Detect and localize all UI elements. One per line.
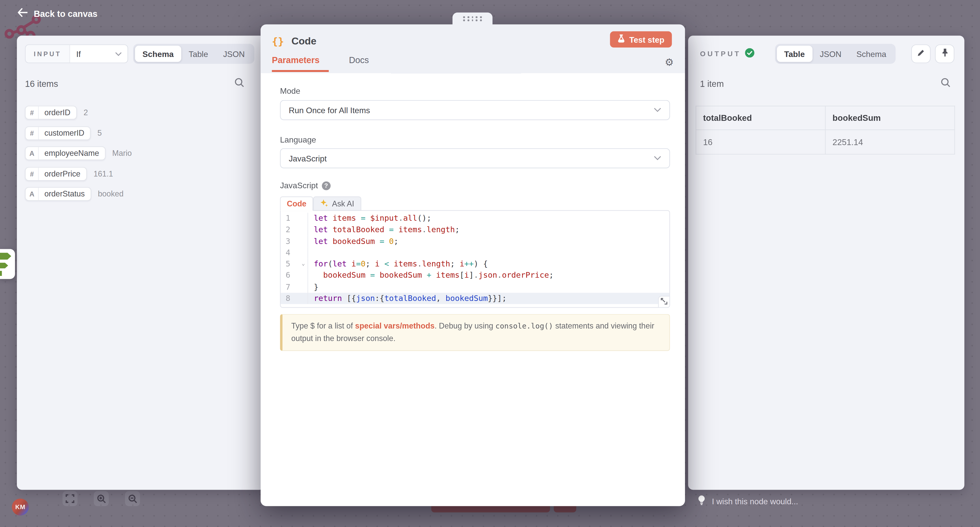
field-name: orderPrice [39,169,86,178]
code-line[interactable]: 3let bookedSum = 0; [281,236,670,247]
code-line[interactable]: 7} [281,281,670,293]
view-tab-schema[interactable]: Schema [849,46,894,62]
output-items-count: 1 item [700,78,724,88]
schema-item[interactable]: #orderID2 [25,106,256,120]
test-step-button[interactable]: Test step [610,31,672,48]
zoom-out-button[interactable] [125,491,140,506]
node-suggestion-label: I wish this node would... [712,496,798,506]
search-icon[interactable] [234,78,244,89]
sparkles-icon [320,199,328,209]
field-value: Mario [112,149,132,158]
node-suggestion-button[interactable]: I wish this node would... [697,495,798,507]
schema-item[interactable]: AemployeeNameMario [25,146,256,160]
mode-value: Run Once for All Items [289,105,370,115]
special-vars-link[interactable]: special vars/methods [355,322,434,331]
mode-select[interactable]: Run Once for All Items [280,100,670,120]
view-tab-table[interactable]: Table [181,46,216,62]
pencil-icon [917,48,925,59]
edit-output-button[interactable] [912,45,931,63]
field-value: booked [98,190,124,198]
field-type-icon: # [25,167,38,180]
output-table: totalBookedbookedSum162251.14 [696,106,955,155]
test-step-label: Test step [629,35,664,44]
tab-parameters[interactable]: Parameters [272,55,329,72]
view-tab-schema[interactable]: Schema [135,46,181,62]
editor-hint: Type $ for a list of special vars/method… [280,314,670,351]
help-icon[interactable]: ? [321,181,330,190]
table-cell: 16 [696,130,825,154]
input-items-count: 16 items [25,78,58,88]
output-panel: OUTPUT TableJSONSchema 1 item [688,36,964,490]
flask-icon [617,35,625,45]
canvas-zoom-controls [62,491,140,506]
zoom-in-button[interactable] [94,491,109,506]
input-source-value: If [76,49,81,59]
table-row[interactable]: 162251.14 [696,130,955,154]
code-line[interactable]: 5⌄for(let i=0; i < items.length; i++) { [281,259,670,270]
view-tab-json[interactable]: JSON [812,46,849,62]
input-schema-list: #orderID2#customerID5AemployeeNameMario#… [17,89,264,201]
success-check-icon [745,48,755,60]
language-label: Language [280,135,670,145]
mode-label: Mode [280,86,301,96]
chevron-down-icon [654,107,661,113]
tab-ask-ai[interactable]: Ask AI [313,196,361,211]
view-tab-table[interactable]: Table [776,46,812,62]
lightbulb-icon [697,495,706,507]
avatar[interactable]: KM [12,499,29,516]
code-node-modal: {} Code Test step Parameters Docs ⚙ Mode… [261,24,685,506]
pin-icon [941,48,948,59]
code-node-icon: {} [272,35,284,47]
app-root: Back to canvas KM I wish this node would… [0,0,980,527]
field-name: employeeName [39,149,105,158]
node-title[interactable]: Code [291,36,317,47]
output-panel-title: OUTPUT [700,50,741,57]
code-line[interactable]: 4 [281,247,670,259]
code-line[interactable]: 8return [{json:{totalBooked, bookedSum}}… [281,293,670,304]
field-type-icon: # [25,127,38,139]
input-panel: INPUT If SchemaTableJSON 16 items #order… [17,36,264,490]
pin-data-button[interactable] [935,45,955,63]
if-node-icon [0,249,15,279]
code-line[interactable]: 1let items = $input.all(); [281,213,670,224]
field-type-icon: A [25,147,38,160]
expand-icon [661,297,668,307]
code-line[interactable]: 6 bookedSum = bookedSum + items[i].json.… [281,270,670,281]
fit-to-screen-button[interactable] [62,491,78,506]
back-to-canvas-button[interactable]: Back to canvas [18,8,97,19]
schema-item[interactable]: #customerID5 [25,126,256,140]
schema-item[interactable]: #orderPrice161.1 [25,167,256,180]
expand-editor-button[interactable] [658,296,670,308]
input-source-select[interactable]: If [70,45,127,62]
field-type-icon: A [25,188,38,200]
field-value: 161.1 [94,169,113,178]
field-name: orderID [39,108,76,117]
schema-item[interactable]: AorderStatusbooked [25,187,256,201]
arrow-left-icon [18,8,27,19]
chevron-down-icon [115,52,122,56]
language-value: JavaScript [289,153,327,163]
output-view-tabs: TableJSONSchema [775,44,896,64]
field-name: customerID [39,128,90,137]
input-panel-title: INPUT [25,45,70,62]
field-name: orderStatus [39,190,90,198]
input-source-box: INPUT If [25,45,128,63]
language-select[interactable]: JavaScript [280,148,670,168]
gear-icon[interactable]: ⚙ [665,57,674,67]
column-header: bookedSum [825,106,955,130]
editor-label: JavaScript [280,181,318,190]
chevron-down-icon [654,156,661,161]
back-to-canvas-label: Back to canvas [34,8,97,18]
table-cell: 2251.14 [825,130,955,154]
tab-code[interactable]: Code [280,196,313,211]
code-editor[interactable]: 1let items = $input.all();2let totalBook… [280,210,670,308]
fold-arrow-icon[interactable]: ⌄ [302,258,305,269]
field-value: 5 [97,128,102,137]
code-line[interactable]: 2let totalBooked = items.length; [281,224,670,236]
field-value: 2 [83,108,88,117]
search-icon[interactable] [941,78,951,89]
view-tab-json[interactable]: JSON [216,46,252,62]
field-type-icon: # [25,106,38,119]
column-header: totalBooked [696,106,825,130]
tab-docs[interactable]: Docs [349,55,369,72]
